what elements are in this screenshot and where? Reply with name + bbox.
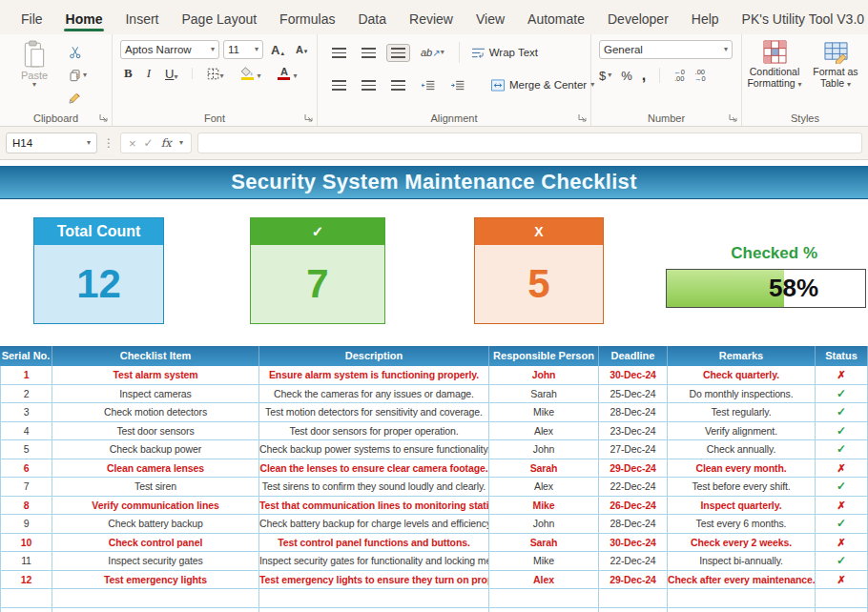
increase-indent-button[interactable] [445, 76, 469, 94]
cell-description[interactable]: Check battery backup for charge levels a… [259, 515, 489, 534]
cell-serial[interactable]: 6 [0, 459, 52, 479]
cut-button[interactable] [67, 42, 89, 62]
cell-status[interactable]: ✓ [816, 440, 868, 459]
cell-person[interactable]: John [489, 515, 599, 534]
column-header[interactable]: Description [259, 346, 489, 366]
insert-function-button[interactable]: fx [161, 136, 172, 150]
cell-status[interactable]: ✓ [816, 515, 868, 534]
cell-empty[interactable] [668, 608, 816, 612]
dialog-launcher-icon[interactable] [577, 112, 588, 123]
tab-insert[interactable]: Insert [114, 5, 170, 34]
cell-empty[interactable] [0, 608, 52, 612]
cell-remarks[interactable]: Test regularly. [668, 403, 816, 422]
cell-empty[interactable] [816, 589, 868, 608]
cell-remarks[interactable]: Check after every maintenance. [668, 571, 816, 590]
cell-status[interactable]: ✗ [816, 366, 868, 385]
align-left-button[interactable] [327, 76, 351, 94]
merge-center-button[interactable]: Merge & Center ▾ [490, 79, 594, 92]
decrease-indent-button[interactable] [416, 76, 440, 94]
cell-serial[interactable]: 9 [0, 515, 52, 534]
cell-serial[interactable]: 7 [0, 478, 52, 497]
cell-serial[interactable]: 3 [0, 403, 52, 422]
cell-remarks[interactable]: Do monthly inspections. [668, 385, 816, 404]
cell-serial[interactable]: 12 [0, 571, 52, 590]
cell-deadline[interactable]: 30-Dec-24 [599, 366, 668, 385]
tab-page-layout[interactable]: Page Layout [170, 5, 268, 34]
cell-status[interactable]: ✗ [816, 571, 868, 590]
cell-item[interactable]: Clean camera lenses [52, 459, 259, 479]
cell-person[interactable]: Sarah [489, 534, 599, 553]
cell-description[interactable]: Test that communication lines to monitor… [259, 497, 489, 516]
cell-deadline[interactable]: 30-Dec-24 [599, 534, 668, 553]
paste-button[interactable]: Paste ▾ [11, 40, 57, 108]
cell-serial[interactable]: 2 [0, 385, 52, 404]
cell-description[interactable]: Inspect security gates for functionality… [259, 552, 489, 571]
cell-item[interactable]: Verify communication lines [52, 497, 259, 516]
cell-item[interactable]: Test siren [52, 478, 259, 497]
cell-deadline[interactable]: 22-Dec-24 [599, 552, 668, 571]
wrap-text-button[interactable]: Wrap Text [471, 47, 538, 59]
decrease-decimal-button[interactable]: .00→0 [694, 69, 706, 83]
formula-bar-handle[interactable]: ⋮ [103, 136, 114, 150]
cell-status[interactable]: ✓ [816, 403, 868, 422]
tab-file[interactable]: File [10, 5, 54, 34]
cell-remarks[interactable]: Check every 2 weeks. [668, 534, 816, 553]
cell-item[interactable]: Inspect cameras [52, 385, 259, 404]
cell-person[interactable]: Mike [489, 497, 599, 516]
cell-status[interactable]: ✓ [816, 385, 868, 404]
column-header[interactable]: Status [816, 346, 868, 366]
cell-empty[interactable] [0, 589, 52, 608]
cell-remarks[interactable]: Test every 6 months. [668, 515, 816, 534]
cell-remarks[interactable]: Inspect quarterly. [668, 497, 816, 516]
cell-person[interactable]: John [489, 366, 599, 385]
font-color-button[interactable]: A ▾ [271, 67, 300, 80]
currency-button[interactable]: $▾ [599, 69, 611, 83]
cell-description[interactable]: Check the cameras for any issues or dama… [259, 385, 489, 404]
name-box[interactable]: H14 ▾ [6, 133, 97, 153]
cell-serial[interactable]: 1 [0, 366, 52, 385]
dialog-launcher-icon[interactable] [303, 112, 314, 123]
orientation-button[interactable]: ab↗▾ [416, 43, 449, 62]
cell-deadline[interactable]: 29-Dec-24 [599, 571, 668, 590]
cell-item[interactable]: Check battery backup [52, 515, 259, 534]
align-center-button[interactable] [357, 76, 381, 94]
cell-status[interactable]: ✓ [816, 422, 868, 441]
cell-empty[interactable] [599, 608, 668, 612]
cell-deadline[interactable]: 29-Dec-24 [599, 459, 668, 479]
column-header[interactable]: Deadline [599, 346, 668, 366]
format-as-table-button[interactable]: Format as Table ▾ [807, 40, 864, 89]
dialog-launcher-icon[interactable] [98, 112, 109, 123]
fill-color-button[interactable]: ▾ [234, 67, 264, 80]
cancel-icon[interactable]: × [129, 136, 136, 151]
cell-item[interactable]: Inspect security gates [52, 552, 259, 571]
align-top-button[interactable] [327, 44, 351, 62]
tab-automate[interactable]: Automate [516, 5, 596, 34]
cell-serial[interactable]: 4 [0, 422, 52, 441]
cell-item[interactable]: Check motion detectors [52, 403, 259, 422]
cell-remarks[interactable]: Check quarterly. [668, 366, 816, 385]
formula-input[interactable] [197, 133, 862, 153]
column-header[interactable]: Remarks [668, 346, 816, 366]
cell-empty[interactable] [668, 589, 816, 608]
cell-item[interactable]: Check control panel [52, 534, 259, 553]
cell-person[interactable]: Alex [489, 478, 599, 497]
cell-status[interactable]: ✗ [816, 459, 868, 479]
increase-decimal-button[interactable]: ←0.00 [673, 69, 685, 83]
cell-description[interactable]: Check backup power systems to ensure fun… [259, 440, 489, 459]
font-size-select[interactable]: 11 ▾ [223, 40, 263, 59]
cell-empty[interactable] [489, 589, 599, 608]
tab-developer[interactable]: Developer [596, 5, 680, 34]
cell-serial[interactable]: 5 [0, 440, 52, 459]
font-name-select[interactable]: Aptos Narrow ▾ [120, 40, 219, 59]
cell-serial[interactable]: 11 [0, 552, 52, 571]
copy-button[interactable]: ▾ [67, 65, 89, 85]
cell-description[interactable]: Test motion detectors for sensitivity an… [259, 403, 489, 422]
tab-formulas[interactable]: Formulas [268, 5, 346, 34]
align-middle-button[interactable] [357, 44, 381, 62]
tab-help[interactable]: Help [680, 5, 731, 34]
cell-person[interactable]: Alex [489, 571, 599, 590]
cell-remarks[interactable]: Test before every shift. [668, 478, 816, 497]
cell-status[interactable]: ✓ [816, 552, 868, 571]
cell-empty[interactable] [52, 608, 259, 612]
cell-empty[interactable] [816, 608, 868, 612]
